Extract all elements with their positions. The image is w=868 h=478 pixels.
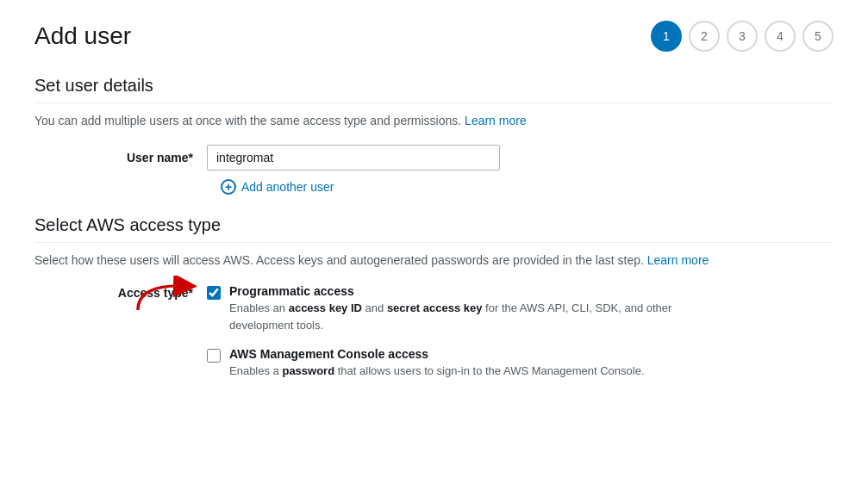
stepper: 1 2 3 4 5 bbox=[651, 21, 834, 52]
add-another-user-link[interactable]: + Add another user bbox=[221, 179, 334, 195]
set-user-details-desc-text: You can add multiple users at once with … bbox=[34, 114, 461, 127]
select-access-type-title: Select AWS access type bbox=[34, 215, 834, 235]
set-user-details-title: Set user details bbox=[34, 76, 834, 96]
console-access-option: AWS Management Console access Enables a … bbox=[207, 347, 712, 380]
select-access-type-desc: Select how these users will access AWS. … bbox=[34, 253, 834, 267]
username-input[interactable] bbox=[207, 145, 500, 171]
console-access-title: AWS Management Console access bbox=[229, 347, 645, 361]
console-access-checkbox[interactable] bbox=[207, 349, 221, 363]
programmatic-access-checkbox[interactable] bbox=[207, 286, 221, 300]
username-label: User name* bbox=[103, 151, 207, 165]
step-5[interactable]: 5 bbox=[802, 21, 834, 52]
add-another-user-label: Add another user bbox=[241, 180, 334, 194]
section-divider-2 bbox=[34, 242, 834, 243]
access-type-row: Access type* Programmatic access Enables… bbox=[103, 284, 834, 380]
select-access-type-desc-text: Select how these users will access AWS. … bbox=[34, 253, 644, 267]
set-user-details-learn-more-link[interactable]: Learn more bbox=[465, 114, 527, 127]
console-access-text: AWS Management Console access Enables a … bbox=[229, 347, 645, 380]
select-access-type-learn-more-link[interactable]: Learn more bbox=[647, 253, 709, 267]
page-title: Add user bbox=[34, 22, 131, 50]
access-type-label: Access type* bbox=[103, 284, 207, 300]
add-user-row: + Add another user bbox=[103, 179, 834, 195]
section-divider-1 bbox=[34, 102, 834, 103]
plus-icon: + bbox=[221, 179, 236, 195]
programmatic-access-option: Programmatic access Enables an access ke… bbox=[207, 284, 712, 333]
programmatic-access-title: Programmatic access bbox=[229, 284, 712, 298]
access-type-options: Programmatic access Enables an access ke… bbox=[207, 284, 712, 380]
step-4[interactable]: 4 bbox=[765, 21, 796, 52]
console-access-desc: Enables a password that allows users to … bbox=[229, 363, 645, 380]
step-3[interactable]: 3 bbox=[727, 21, 758, 52]
select-access-type-section: Select AWS access type Select how these … bbox=[34, 215, 834, 380]
page-header: Add user 1 2 3 4 5 bbox=[34, 21, 834, 52]
set-user-details-desc: You can add multiple users at once with … bbox=[34, 114, 834, 127]
step-1[interactable]: 1 bbox=[651, 21, 682, 52]
set-user-details-section: Set user details You can add multiple us… bbox=[34, 76, 834, 195]
username-row: User name* bbox=[103, 145, 834, 171]
step-2[interactable]: 2 bbox=[689, 21, 720, 52]
programmatic-access-desc: Enables an access key ID and secret acce… bbox=[229, 300, 712, 333]
programmatic-access-text: Programmatic access Enables an access ke… bbox=[229, 284, 712, 333]
